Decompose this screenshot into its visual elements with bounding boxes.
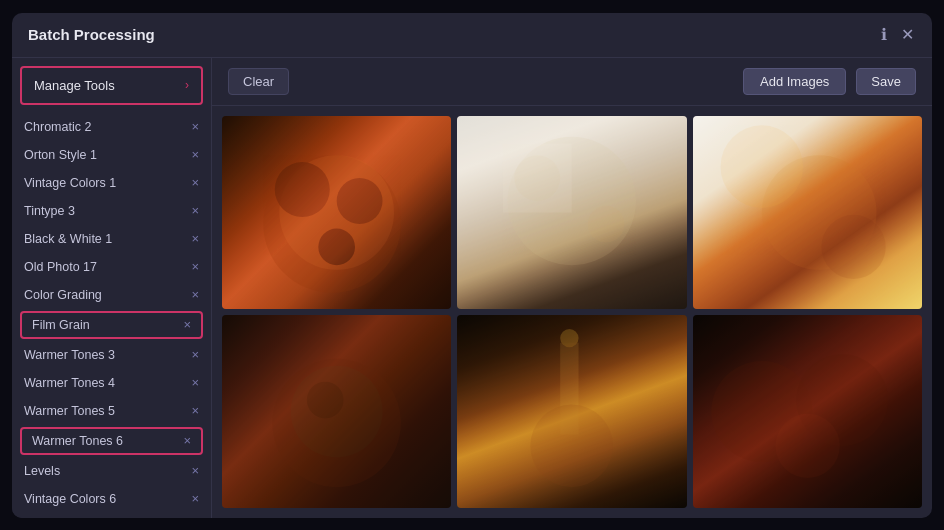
sidebar-item-label: Warmer Tones 6 — [32, 434, 123, 448]
sidebar-item-label: Color Grading — [24, 288, 102, 302]
svg-point-11 — [821, 214, 885, 278]
sidebar-item-warmer-tones-6[interactable]: Warmer Tones 6× — [20, 427, 203, 455]
image-cell-3[interactable] — [693, 116, 922, 309]
remove-item-button[interactable]: × — [191, 176, 199, 189]
sidebar-item-label: Chromatic 2 — [24, 120, 91, 134]
modal-title: Batch Processing — [28, 26, 155, 43]
svg-point-19 — [796, 354, 888, 446]
modal-header: Batch Processing ℹ ✕ — [12, 13, 932, 58]
remove-item-button[interactable]: × — [191, 464, 199, 477]
sidebar-item-black-white-1[interactable]: Black & White 1× — [12, 225, 211, 253]
svg-rect-15 — [561, 342, 579, 434]
remove-item-button[interactable]: × — [191, 348, 199, 361]
svg-point-13 — [291, 365, 383, 457]
sidebar-item-tintype-3[interactable]: Tintype 3× — [12, 197, 211, 225]
svg-point-12 — [272, 358, 400, 486]
image-grid — [212, 106, 932, 518]
clear-button[interactable]: Clear — [228, 68, 289, 95]
svg-point-16 — [561, 328, 579, 346]
svg-point-20 — [775, 413, 839, 477]
info-icon: ℹ — [881, 27, 887, 43]
remove-item-button[interactable]: × — [191, 120, 199, 133]
sidebar-item-label: Levels — [24, 464, 60, 478]
sidebar: Manage Tools › Chromatic 2×Orton Style 1… — [12, 58, 212, 518]
close-button[interactable]: ✕ — [899, 25, 916, 45]
svg-point-2 — [275, 162, 330, 217]
sidebar-item-label: Orton Style 1 — [24, 148, 97, 162]
sidebar-item-old-photo-17[interactable]: Old Photo 17× — [12, 253, 211, 281]
modal-overlay: Batch Processing ℹ ✕ Manage Tools › Chro… — [0, 0, 944, 530]
sidebar-item-vintage-colors-6[interactable]: Vintage Colors 6× — [12, 485, 211, 513]
sidebar-item-color-grading[interactable]: Color Grading× — [12, 281, 211, 309]
chevron-right-icon: › — [185, 78, 189, 92]
main-content: Clear Add Images Save — [212, 58, 932, 518]
sidebar-item-label: Old Photo 17 — [24, 260, 97, 274]
svg-point-18 — [711, 361, 812, 462]
save-button[interactable]: Save — [856, 68, 916, 95]
sidebar-item-vintage-colors-5[interactable]: Vintage Colors 5× — [12, 513, 211, 518]
sidebar-item-label: Warmer Tones 3 — [24, 348, 115, 362]
svg-point-1 — [279, 155, 394, 270]
svg-point-7 — [515, 155, 561, 201]
sidebar-item-label: Black & White 1 — [24, 232, 112, 246]
modal-body: Manage Tools › Chromatic 2×Orton Style 1… — [12, 58, 932, 518]
sidebar-items-list: Chromatic 2×Orton Style 1×Vintage Colors… — [12, 113, 211, 518]
svg-point-5 — [508, 136, 636, 264]
sidebar-item-label: Vintage Colors 1 — [24, 176, 116, 190]
svg-point-0 — [263, 155, 401, 293]
sidebar-item-label: Film Grain — [32, 318, 90, 332]
sidebar-item-label: Tintype 3 — [24, 204, 75, 218]
add-images-button[interactable]: Add Images — [743, 68, 846, 95]
remove-item-button[interactable]: × — [183, 434, 191, 447]
sidebar-item-levels[interactable]: Levels× — [12, 457, 211, 485]
image-cell-4[interactable] — [222, 315, 451, 508]
close-icon: ✕ — [901, 27, 914, 43]
remove-item-button[interactable]: × — [191, 260, 199, 273]
image-cell-1[interactable] — [222, 116, 451, 309]
image-cell-2[interactable] — [457, 116, 686, 309]
svg-point-14 — [307, 381, 344, 418]
image-cell-6[interactable] — [693, 315, 922, 508]
svg-point-17 — [531, 404, 614, 487]
sidebar-item-label: Vintage Colors 6 — [24, 492, 116, 506]
svg-point-10 — [720, 125, 803, 208]
svg-rect-6 — [503, 143, 572, 212]
sidebar-item-label: Warmer Tones 5 — [24, 404, 115, 418]
modal: Batch Processing ℹ ✕ Manage Tools › Chro… — [12, 13, 932, 518]
remove-item-button[interactable]: × — [183, 318, 191, 331]
remove-item-button[interactable]: × — [191, 204, 199, 217]
remove-item-button[interactable]: × — [191, 232, 199, 245]
remove-item-button[interactable]: × — [191, 376, 199, 389]
svg-point-9 — [761, 155, 876, 270]
sidebar-item-warmer-tones-5[interactable]: Warmer Tones 5× — [12, 397, 211, 425]
svg-point-8 — [588, 205, 625, 242]
svg-point-4 — [318, 228, 355, 265]
remove-item-button[interactable]: × — [191, 492, 199, 505]
toolbar: Clear Add Images Save — [212, 58, 932, 106]
sidebar-item-warmer-tones-3[interactable]: Warmer Tones 3× — [12, 341, 211, 369]
sidebar-item-chromatic-2[interactable]: Chromatic 2× — [12, 113, 211, 141]
image-cell-5[interactable] — [457, 315, 686, 508]
info-button[interactable]: ℹ — [879, 25, 889, 45]
svg-point-3 — [337, 178, 383, 224]
manage-tools-button[interactable]: Manage Tools › — [20, 66, 203, 105]
remove-item-button[interactable]: × — [191, 288, 199, 301]
sidebar-item-label: Warmer Tones 4 — [24, 376, 115, 390]
remove-item-button[interactable]: × — [191, 404, 199, 417]
sidebar-item-warmer-tones-4[interactable]: Warmer Tones 4× — [12, 369, 211, 397]
manage-tools-label: Manage Tools — [34, 78, 115, 93]
header-icons: ℹ ✕ — [879, 25, 916, 45]
remove-item-button[interactable]: × — [191, 148, 199, 161]
sidebar-item-vintage-colors-1[interactable]: Vintage Colors 1× — [12, 169, 211, 197]
sidebar-item-orton-style-1[interactable]: Orton Style 1× — [12, 141, 211, 169]
sidebar-item-film-grain[interactable]: Film Grain× — [20, 311, 203, 339]
